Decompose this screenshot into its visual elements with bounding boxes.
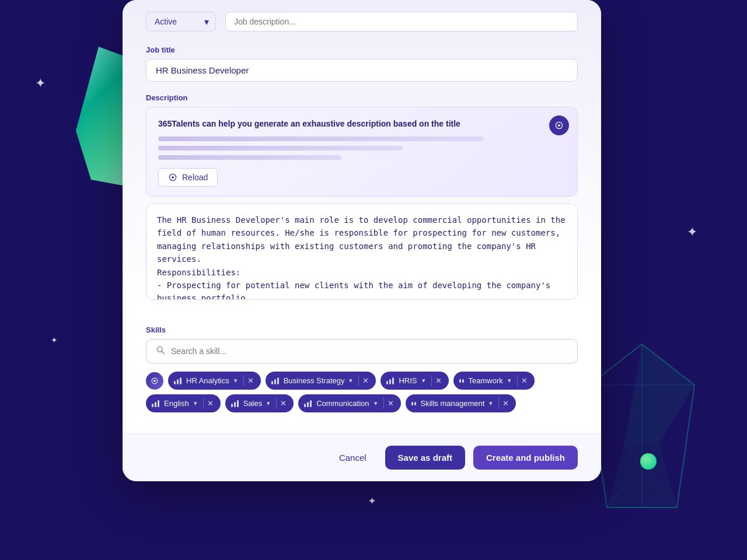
description-section: Description 365Talents can help you gene…: [146, 93, 578, 314]
create-publish-button[interactable]: Create and publish: [473, 446, 578, 470]
skill-dropdown-english[interactable]: ▾: [191, 400, 200, 407]
reload-button[interactable]: Reload: [158, 168, 218, 187]
skill-name-hr-analytics: HR Analytics: [186, 376, 229, 385]
card-top: Active Job title Description 365Talents …: [123, 0, 601, 314]
skill-remove-hr-analytics[interactable]: ✕: [243, 375, 257, 386]
skill-tag-business-strategy: Business Strategy ▾ ✕: [266, 372, 376, 390]
skill-bars-english: [152, 400, 159, 407]
skill-tag-hr-analytics: HR Analytics ▾ ✕: [168, 372, 261, 390]
main-card: Active Job title Description 365Talents …: [123, 0, 601, 481]
background-sphere: [640, 453, 657, 470]
skill-remove-skills-management[interactable]: ✕: [498, 398, 512, 409]
status-row: Active: [146, 12, 578, 32]
skill-bars-hr-analytics: [174, 377, 181, 384]
skill-remove-business-strategy[interactable]: ✕: [358, 375, 372, 386]
description-ai-lines: [158, 136, 566, 160]
skill-tag-teamwork: Teamwork ▾ ✕: [453, 372, 535, 390]
skill-tag-sales: Sales ▾ ✕: [225, 394, 294, 412]
search-icon: [156, 345, 165, 357]
skill-name-hris: HRIS: [399, 376, 417, 385]
skill-bars-hris: [386, 377, 394, 384]
status-select[interactable]: Active: [146, 12, 216, 32]
skills-search-container: [146, 339, 578, 363]
card-footer: Cancel Save as draft Create and publish: [123, 433, 601, 481]
skill-bars-sales: [231, 400, 239, 407]
ai-line-1: [158, 136, 484, 141]
skill-remove-english[interactable]: ✕: [203, 398, 217, 409]
skills-label: Skills: [146, 326, 578, 334]
skill-dropdown-hris[interactable]: ▾: [420, 377, 428, 384]
svg-marker-1: [624, 344, 694, 443]
description-ai-text: 365Talents can help you generate an exha…: [158, 119, 566, 128]
skill-remove-teamwork[interactable]: ✕: [517, 375, 531, 386]
skills-search-input[interactable]: [171, 346, 568, 356]
skill-remove-sales[interactable]: ✕: [276, 398, 290, 409]
svg-line-12: [162, 351, 164, 354]
job-title-label: Job title: [146, 46, 578, 54]
skill-tags-row-2: English ▾ ✕ Sales ▾ ✕ Communication ▾: [146, 394, 578, 412]
skill-tag-skills-management: Skills management ▾ ✕: [406, 394, 516, 412]
save-draft-button[interactable]: Save as draft: [385, 446, 465, 470]
skill-name-communication: Communication: [316, 399, 369, 408]
skill-tags-row-1: HR Analytics ▾ ✕ Business Strategy ▾ ✕ H…: [146, 372, 578, 390]
ai-line-2: [158, 146, 403, 150]
skill-bars-teamwork: [459, 379, 464, 383]
skill-bars-skills-management: [411, 402, 416, 405]
skill-dropdown-business-strategy[interactable]: ▾: [347, 377, 355, 384]
skill-name-business-strategy: Business Strategy: [284, 376, 345, 385]
skill-name-skills-management: Skills management: [421, 399, 485, 408]
skill-dropdown-teamwork[interactable]: ▾: [505, 377, 514, 384]
cancel-button[interactable]: Cancel: [329, 447, 377, 468]
svg-point-8: [558, 124, 560, 126]
reload-label: Reload: [182, 173, 208, 182]
skill-dropdown-hr-analytics[interactable]: ▾: [232, 377, 240, 384]
skill-tag-communication: Communication ▾ ✕: [298, 394, 400, 412]
skill-tag-hris: HRIS ▾ ✕: [381, 372, 448, 390]
status-select-wrap[interactable]: Active: [146, 12, 216, 32]
skill-dropdown-sales[interactable]: ▾: [264, 400, 273, 407]
skill-remove-hris[interactable]: ✕: [431, 375, 445, 386]
background-crystal-right: [584, 338, 700, 513]
ai-icon-button[interactable]: [549, 116, 569, 135]
skill-name-teamwork: Teamwork: [469, 376, 503, 385]
description-label: Description: [146, 93, 578, 102]
skill-bars-business-strategy: [271, 377, 279, 384]
skill-tag-english: English ▾ ✕: [146, 394, 221, 412]
svg-point-10: [172, 176, 173, 178]
svg-point-11: [157, 346, 162, 352]
skills-section: Skills: [123, 326, 601, 433]
skill-name-sales: Sales: [243, 399, 263, 408]
skill-name-english: English: [164, 399, 189, 408]
job-description-input[interactable]: [225, 12, 578, 32]
skill-remove-communication[interactable]: ✕: [383, 398, 397, 409]
skill-dropdown-skills-management[interactable]: ▾: [487, 400, 495, 407]
description-ai-box: 365Talents can help you generate an exha…: [146, 107, 578, 197]
skill-bars-communication: [304, 400, 312, 407]
description-textarea[interactable]: The HR Business Developer's main role is…: [146, 204, 578, 300]
svg-point-14: [154, 380, 156, 382]
skill-dropdown-communication[interactable]: ▾: [372, 400, 380, 407]
ai-line-3: [158, 155, 341, 160]
job-title-input[interactable]: [146, 59, 578, 82]
ai-suggest-icon[interactable]: [146, 372, 163, 390]
